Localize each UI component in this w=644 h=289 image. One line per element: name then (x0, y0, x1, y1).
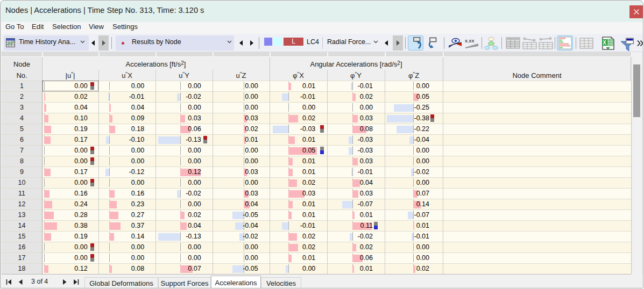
svg-text:x.xx: x.xx (465, 38, 475, 44)
svg-text:X: X (603, 40, 606, 46)
